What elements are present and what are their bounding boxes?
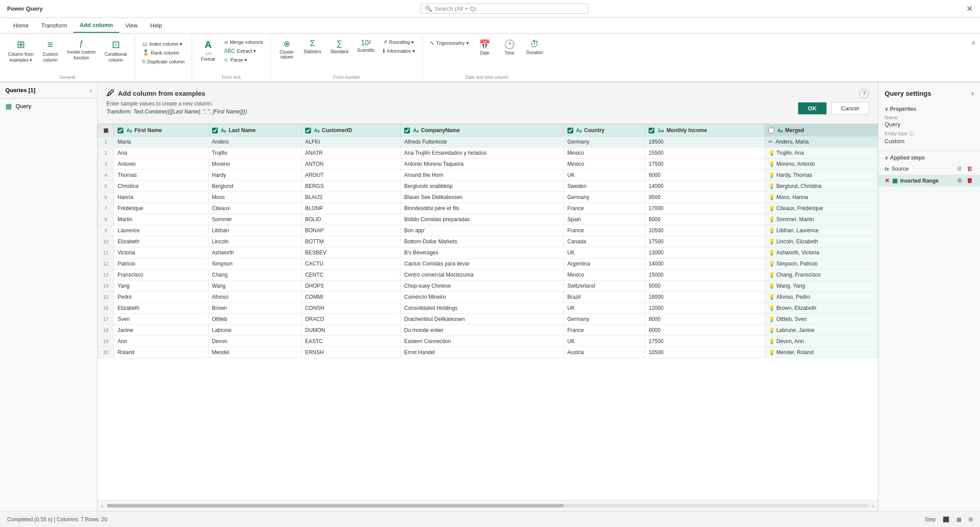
sidebar-collapse-icon[interactable]: ‹ [90, 87, 92, 94]
ribbon-btn-information[interactable]: ℹ Information ▾ [380, 47, 418, 55]
statusbar-table-icon[interactable]: ▦ [956, 516, 961, 523]
cb-first-name[interactable] [118, 128, 123, 133]
table-row: 8MartinSommerBOLIDBólido Comidas prepara… [98, 214, 878, 225]
ribbon-btn-invoke-custom-function[interactable]: ƒ Invoke customfunction [63, 37, 99, 62]
ribbon-btn-conditional-column[interactable]: ⊡ Conditionalcolumn [101, 37, 130, 65]
cb-customer-id[interactable] [305, 128, 311, 133]
edit-icon: ✏ [768, 139, 774, 145]
statusbar-step-icon[interactable]: ⬛ [943, 516, 949, 523]
ribbon-btn-column-from-examples[interactable]: ⊞ Column fromexamples ▾ [4, 37, 37, 65]
cb-company-name[interactable] [404, 128, 410, 133]
ribbon-btn-time[interactable]: 🕐 Time [498, 37, 521, 57]
th-country[interactable]: Aᵦ Country [563, 125, 645, 137]
th-merged[interactable]: Aᵦ Merged [764, 125, 878, 137]
ribbon-btn-scientific[interactable]: 10² Scientific [354, 37, 378, 55]
qs-expand-btn[interactable]: › [971, 89, 974, 98]
ribbon-btn-merge-columns[interactable]: ⊎ Merge columns [221, 38, 266, 46]
merged-cell[interactable]: 💡Ashworth, Victoria [764, 247, 878, 258]
merged-cell[interactable]: 💡Moos, Hanna [764, 192, 878, 203]
merged-cell[interactable]: 💡Moreno, Antonio [764, 159, 878, 170]
ribbon-btn-trigonometry[interactable]: ∿ Trigonometry ▾ [427, 39, 471, 47]
th-monthly-income[interactable]: 1₂₃ Monthly Income [645, 125, 765, 137]
ribbon-btn-custom-column[interactable]: ≡ Customcolumn [39, 37, 62, 65]
menu-item-help[interactable]: Help [144, 19, 169, 32]
ribbon-btn-rounding[interactable]: ↗ Rounding ▾ [380, 38, 418, 46]
ribbon-btn-statistics[interactable]: Σ Statistics [300, 37, 325, 56]
merged-cell[interactable]: 💡Trujillo, Ana [764, 148, 878, 159]
scientific-label: Scientific [357, 48, 375, 53]
merged-cell[interactable]: 💡Chang, Franscisco [764, 269, 878, 281]
ribbon-btn-format[interactable]: A 123 Format [197, 37, 220, 63]
merged-cell[interactable]: 💡Citeaux, Frédérique [764, 203, 878, 214]
menu-item-view[interactable]: View [119, 19, 144, 32]
cancel-button[interactable]: Cancel [831, 102, 869, 115]
first-name-cell: Janine [114, 325, 209, 336]
merged-cell[interactable]: 💡Lincoln, Elizabeth [764, 236, 878, 247]
merged-cell[interactable]: 💡Brown, Elizabeth [764, 303, 878, 314]
cb-last-name[interactable] [212, 128, 218, 133]
scroll-left-btn[interactable]: ‹ [101, 502, 103, 509]
th-last-name[interactable]: Aᵦ Last Name [208, 125, 301, 137]
ribbon-btn-extract[interactable]: ABC Extract ▾ [221, 47, 266, 55]
merged-cell[interactable]: 💡Afonso, Pedro [764, 292, 878, 303]
data-table-container[interactable]: ▦ Aᵦ First Name Aᵦ [98, 124, 878, 500]
merged-cell[interactable]: 💡Ottlieb, Sven [764, 314, 878, 325]
merged-cell[interactable]: 💡Labrune, Janine [764, 325, 878, 336]
step-inserted-settings-btn[interactable]: ⚙ [956, 177, 964, 184]
ribbon-btn-duplicate-column[interactable]: ⎘ Duplicate column [140, 58, 187, 66]
customer-id-cell: BESBEV [301, 247, 400, 258]
cb-country[interactable] [567, 128, 573, 133]
merged-cell[interactable]: 💡Libihan, Laurence [764, 225, 878, 236]
step-inserted-range[interactable]: ✕ ▦ Inserted Range ⚙ 🗑 [878, 175, 980, 187]
last-name-cell: Moreno [208, 159, 301, 170]
duration-label: Duration [527, 50, 543, 55]
search-bar[interactable]: 🔍 Search (Alt + Q) [420, 4, 589, 14]
scrollbar-track[interactable] [107, 504, 869, 507]
ribbon-btn-rank-column[interactable]: 🏅 Rank column [140, 49, 187, 57]
cluster-label: Clustervalues [280, 50, 294, 59]
cb-merged[interactable] [768, 128, 774, 133]
th-customer-id[interactable]: Aᵦ CustomerID [301, 125, 400, 137]
ribbon-btn-cluster-values[interactable]: ⊗ Clustervalues [275, 37, 298, 61]
cb-monthly-income[interactable] [649, 128, 654, 133]
merged-cell[interactable]: 💡Sommer, Martin [764, 214, 878, 225]
merged-cell[interactable]: ✏ Anders, Maria [764, 137, 878, 148]
merged-cell[interactable]: 💡Devon, Ann [764, 336, 878, 347]
menu-item-home[interactable]: Home [7, 19, 35, 32]
menu-item-add-column[interactable]: Add column [73, 18, 119, 33]
step-source-delete-btn[interactable]: 🗑 [965, 165, 974, 172]
th-first-name[interactable]: Aᵦ First Name [114, 125, 209, 137]
merged-cell[interactable]: 💡Hardy, Thomas [764, 170, 878, 181]
step-source[interactable]: fx Source ⚙ 🗑 [878, 163, 980, 175]
merged-cell[interactable]: 💡Mendel, Roland [764, 347, 878, 358]
ribbon-collapse-btn[interactable]: ∧ [971, 39, 976, 46]
step-source-settings-btn[interactable]: ⚙ [956, 165, 964, 172]
ribbon-btn-date[interactable]: 📅 Date [473, 37, 496, 57]
row-num-cell: 20 [98, 347, 114, 358]
row-num-cell: 8 [98, 214, 114, 225]
customer-id-cell: BOTTM [301, 236, 400, 247]
ribbon-btn-parse[interactable]: ⊂ Parse ▾ [221, 56, 266, 64]
ribbon-btn-duration[interactable]: ⏱ Duration [523, 37, 547, 57]
examples-help-icon[interactable]: ? [859, 89, 869, 98]
merged-cell[interactable]: 💡Berglund, Christina [764, 181, 878, 192]
merged-cell[interactable]: 💡Simpson, Patricio [764, 258, 878, 269]
examples-title-text: Add column from examples [118, 90, 205, 97]
ok-button[interactable]: OK [798, 102, 827, 114]
qs-steps-label: Applied steps [890, 155, 925, 161]
ribbon-btn-index-column[interactable]: 🗂 Index column ▾ [140, 40, 187, 48]
scroll-right-btn[interactable]: › [872, 502, 874, 509]
examples-icon: 🖊 [106, 89, 114, 98]
table-row: 1MariaAndersALFKIAlfreds FutterkisteGerm… [98, 137, 878, 148]
scrollbar-thumb[interactable] [107, 504, 564, 507]
th-company-name[interactable]: Aᵦ CompanyName [401, 125, 564, 137]
menu-item-transform[interactable]: Transform [35, 19, 74, 32]
merged-cell[interactable]: 💡Wang, Yang [764, 281, 878, 292]
first-name-cell: Maria [114, 137, 209, 148]
statusbar-grid-icon[interactable]: ⊞ [968, 516, 973, 523]
row-num-cell: 3 [98, 159, 114, 170]
close-button[interactable]: ✕ [966, 4, 973, 14]
ribbon-btn-standard[interactable]: ∑ Standard [327, 37, 352, 56]
sidebar-item-query[interactable]: ▦ Query [0, 98, 97, 114]
step-inserted-delete-btn[interactable]: 🗑 [965, 177, 974, 184]
